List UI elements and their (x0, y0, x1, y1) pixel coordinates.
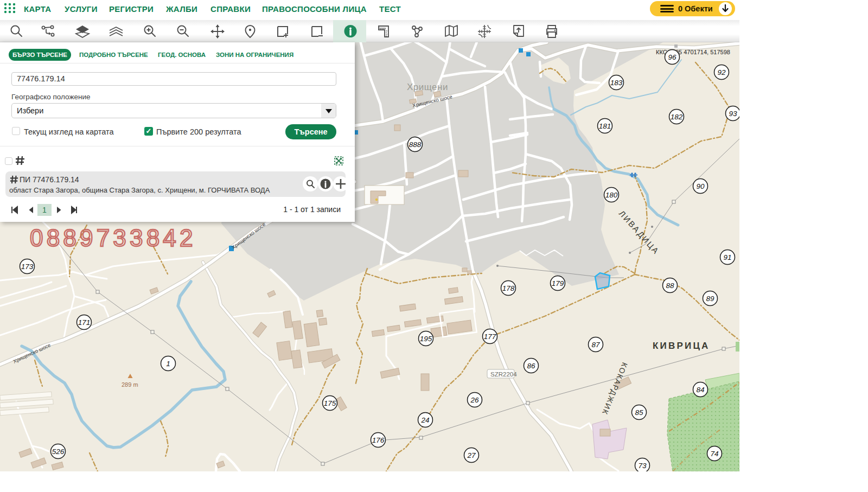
svg-text:180: 180 (605, 191, 618, 199)
svg-text:176: 176 (372, 436, 385, 444)
svg-text:178: 178 (502, 284, 515, 292)
svg-text:888: 888 (409, 140, 422, 149)
svg-text:526: 526 (52, 448, 65, 456)
svg-text:173: 173 (21, 263, 34, 271)
svg-text:182: 182 (671, 113, 683, 121)
svg-text:92: 92 (717, 68, 726, 76)
svg-text:195: 195 (420, 335, 432, 343)
svg-text:91: 91 (723, 253, 731, 261)
svg-text:89: 89 (706, 295, 714, 303)
svg-text:183: 183 (610, 79, 623, 87)
svg-text:90: 90 (696, 182, 705, 190)
svg-text:179: 179 (552, 279, 564, 287)
svg-text:84: 84 (696, 386, 704, 394)
svg-text:73: 73 (638, 462, 647, 470)
svg-text:1: 1 (166, 360, 170, 368)
svg-text:26: 26 (470, 396, 479, 404)
svg-text:177: 177 (484, 333, 496, 341)
svg-text:85: 85 (635, 408, 643, 417)
svg-text:93: 93 (729, 110, 737, 118)
svg-text:171: 171 (78, 318, 91, 327)
svg-text:87: 87 (591, 341, 600, 349)
svg-text:74: 74 (710, 450, 718, 458)
svg-text:181: 181 (599, 122, 611, 130)
svg-text:27: 27 (467, 451, 476, 459)
svg-text:86: 86 (527, 362, 535, 370)
svg-text:96: 96 (668, 53, 676, 61)
svg-text:175: 175 (324, 399, 336, 407)
svg-text:24: 24 (420, 416, 429, 424)
svg-text:88: 88 (666, 282, 674, 290)
